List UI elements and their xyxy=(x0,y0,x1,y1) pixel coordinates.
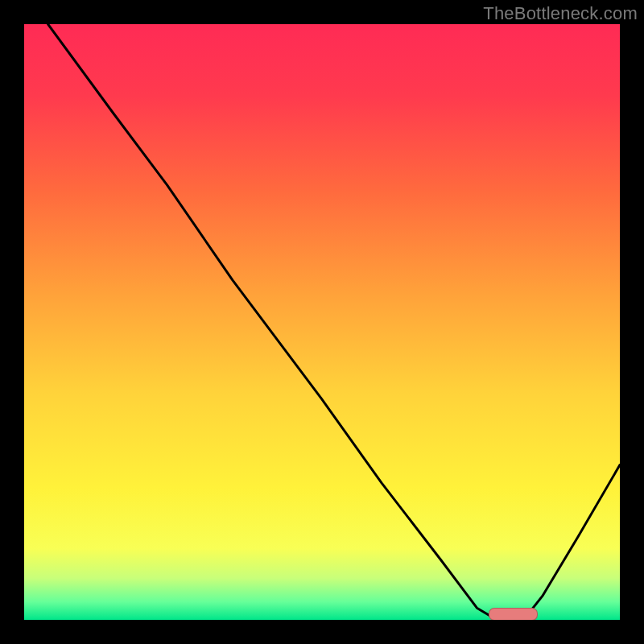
chart-frame: TheBottleneck.com xyxy=(0,0,644,644)
plot-area xyxy=(24,24,620,620)
optimum-range-marker xyxy=(489,608,538,620)
watermark-text: TheBottleneck.com xyxy=(483,3,638,24)
bottleneck-curve xyxy=(24,24,620,620)
